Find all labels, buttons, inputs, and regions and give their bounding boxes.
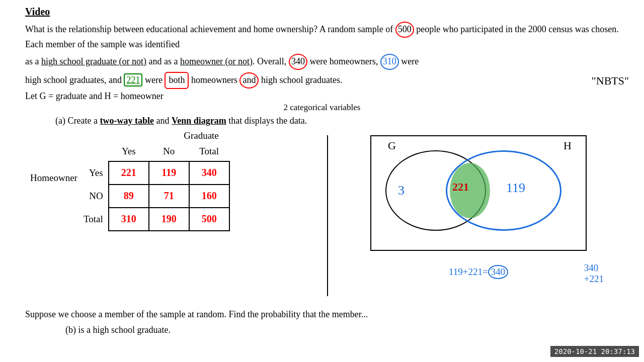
page-title: Video — [25, 6, 619, 18]
num-310: 310 — [380, 54, 399, 70]
paragraph-1: What is the relationship between educati… — [25, 22, 619, 52]
eq-left: 119+221= — [449, 266, 488, 277]
cell-total-total: 500 — [189, 208, 229, 231]
question-a: (a) Create a two-way table and Venn diag… — [55, 116, 619, 126]
and-circle: and — [239, 72, 259, 88]
venn-num-center: 221 — [452, 180, 469, 194]
let-line: Let G = graduate and H = homeowner — [25, 91, 619, 102]
table-graduate-label: Graduate — [86, 130, 317, 141]
venn-equation-row: 119+221=340 340+221 — [338, 265, 619, 279]
venn-diagram: G H 3 221 119 — [370, 135, 587, 261]
cell-yes-yes: 221 — [109, 161, 149, 185]
row-label-no: NO — [84, 185, 106, 208]
para-hs-grads: high school graduates, and — [25, 75, 124, 85]
para-text-1a: What is the relationship between educati… — [25, 24, 393, 34]
cell-no-total: 160 — [189, 185, 229, 208]
venn-h-label: H — [564, 139, 572, 152]
venn-section: G H 3 221 119 119+221=340 340+221 — [338, 130, 619, 281]
table-row-yes: 221 119 340 — [109, 161, 229, 185]
cell-yes-no: 119 — [149, 161, 189, 185]
qa-suffix: that displays the data. — [226, 116, 307, 126]
venn-g-label: G — [388, 139, 396, 152]
paragraph-3: high school graduates, and 221 were both… — [25, 72, 619, 89]
para-as: as a — [25, 56, 41, 66]
table-row-total: 310 190 500 — [109, 208, 229, 231]
homeowner-text: homeowner (or not) — [180, 56, 253, 66]
para-homeowners-hs: homeowners — [189, 75, 239, 85]
para-hs-graduates: high school graduates. — [259, 75, 342, 85]
table-section: Graduate Homeowner Yes NO Total Yes No — [25, 130, 317, 231]
venn-num-left: 3 — [398, 183, 405, 198]
row-label-total: Total — [84, 208, 106, 231]
section-divider — [327, 135, 328, 296]
row-labels: Yes NO Total — [84, 142, 106, 231]
timestamp: 2020-10-21 20:37:13 — [550, 346, 639, 357]
table-homeowner-label: Homeowner — [30, 172, 77, 184]
cell-total-yes: 310 — [109, 208, 149, 231]
both-text: both — [165, 72, 189, 89]
hs-graduate-text: high school graduate (or not) — [41, 56, 146, 66]
num-340: 340 — [289, 54, 307, 70]
and-text: and as a — [146, 56, 180, 66]
qa-two-way: two-way table — [100, 116, 153, 126]
para-overall: . Overall, — [253, 56, 289, 66]
cell-no-yes: 89 — [109, 185, 149, 208]
col-header-total: Total — [189, 142, 229, 161]
num-221-green: 221 — [124, 73, 142, 86]
para-homeowners: were homeowners, — [307, 56, 380, 66]
qa-prefix: (a) Create a — [55, 116, 100, 126]
para-were: were — [399, 56, 419, 66]
table-row-no: 89 71 160 — [109, 185, 229, 208]
col-header-yes: Yes — [109, 142, 149, 161]
num-500: 500 — [395, 22, 414, 38]
cell-yes-total: 340 — [189, 161, 229, 185]
qa-venn: Venn diagram — [172, 116, 226, 126]
handwritten-categorical-note: 2 categorical variables — [25, 103, 619, 113]
cell-no-no: 71 — [149, 185, 189, 208]
bottom-section: Suppose we choose a member of the sample… — [0, 309, 644, 335]
two-way-table: Yes No Total 221 119 340 89 — [108, 142, 230, 231]
row-label-yes: Yes — [84, 161, 106, 185]
paragraph-2: as a high school graduate (or not) and a… — [25, 54, 619, 70]
qa-and: and — [154, 116, 172, 126]
suppose-text: Suppose we choose a member of the sample… — [25, 309, 619, 320]
cell-total-no: 190 — [149, 208, 189, 231]
eq-result: 340 — [488, 265, 509, 279]
question-b: (b) is a high school graduate. — [65, 325, 619, 335]
venn-num-right: 119 — [506, 180, 525, 196]
venn-equation: 119+221=340 — [338, 265, 619, 279]
venn-addition: 340+221 — [584, 262, 604, 285]
ndts-note: "NBTS" — [592, 74, 629, 87]
col-header-no: No — [149, 142, 189, 161]
para-were-both: were — [142, 75, 165, 85]
